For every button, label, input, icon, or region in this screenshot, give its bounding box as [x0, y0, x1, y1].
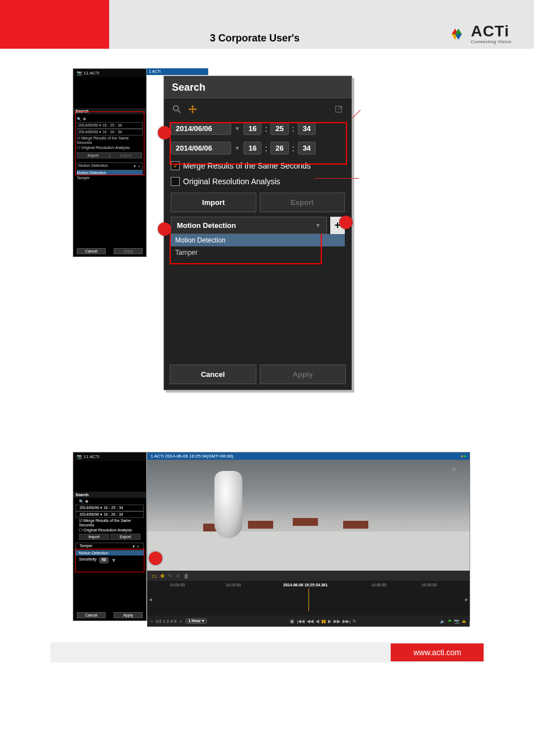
step-back-icon[interactable]: ◀◀	[307, 619, 313, 624]
scroll-left-icon[interactable]: ◀	[149, 598, 152, 602]
header-gray-block: 3 Corporate User's ACTi Connecting Visio…	[109, 0, 534, 49]
import-button[interactable]: Import	[171, 193, 256, 212]
callout-circle-playback	[149, 552, 162, 565]
original-resolution-checkbox[interactable]	[171, 177, 180, 186]
zoom-out-icon[interactable]: −	[151, 619, 153, 624]
page-footer: www.acti.com	[50, 642, 484, 662]
brand-logo: ACTi Connecting Vision	[447, 24, 512, 44]
screenshot-search-panel: 📷 11 ACTi Search 🔍 ✥ 2014/06/06 ▾ 16 : 2…	[50, 66, 484, 396]
playback-search-title: Search	[73, 492, 146, 498]
svg-point-4	[174, 106, 179, 111]
page-title: 3 Corporate User's	[210, 32, 299, 44]
timeline-playhead[interactable]	[308, 589, 309, 611]
mini-cancel-button[interactable]: Cancel	[77, 248, 106, 254]
mini-red-highlight	[75, 111, 144, 175]
playback-main-view: 1 ACTi 2014-06-06 16:25:34(GMT+08:00) ●●…	[147, 452, 470, 621]
play-back-icon[interactable]: ◀	[316, 619, 319, 624]
screenshot-playback: 📷 11 ACTi Search 🔍 ✥ 2014/06/06 ▾ 16 : 2…	[50, 452, 484, 626]
ptz-camera-icon	[214, 471, 242, 538]
tab-status-dots: ●●	[461, 454, 466, 459]
original-resolution-label: Original Resolution Analysis	[183, 177, 280, 186]
roi-clear-icon[interactable]: ✕	[176, 573, 180, 579]
trash-icon[interactable]: 🗑	[184, 573, 189, 579]
skip-end-icon[interactable]: ▶▶|	[343, 619, 350, 624]
step-fwd-icon[interactable]: ▶▶	[334, 619, 340, 624]
playback-side-panel: 📷 11 ACTi Search 🔍 ✥ 2014/06/06 ▾ 16 : 2…	[73, 452, 147, 621]
datetime-highlight-box	[170, 122, 347, 165]
search-panel-title: Search	[164, 76, 352, 100]
move-icon[interactable]	[188, 104, 198, 114]
brand-logo-icon	[447, 26, 467, 43]
pb-cancel-button[interactable]: Cancel	[77, 612, 106, 618]
loop-icon[interactable]: ↻	[353, 619, 357, 624]
speed-labels: 1/2 1 2 4 8	[156, 619, 177, 624]
page-content: 📷 11 ACTi Search 🔍 ✥ 2014/06/06 ▾ 16 : 2…	[0, 49, 534, 642]
play-icon[interactable]: ▶	[328, 619, 331, 624]
playback-event-highlight	[75, 549, 144, 572]
prev-event-icon[interactable]: ▣	[290, 619, 294, 624]
mini-window-title: 📷 11 ACTi	[73, 69, 146, 77]
roi-draw-icon[interactable]: ✎	[168, 573, 172, 579]
event-type-select[interactable]: Motion Detection▼	[171, 217, 327, 234]
popout-icon[interactable]	[334, 104, 344, 114]
header-red-block	[0, 0, 109, 49]
scroll-right-icon[interactable]: ▶	[465, 598, 468, 602]
playback-tab[interactable]: 1 ACTi 2014-06-06 16:25:34(GMT+08:00) ●●	[147, 452, 470, 460]
callout-circle-2	[158, 222, 171, 236]
snapshot-icon[interactable]: 📷	[454, 619, 460, 624]
apply-button[interactable]: Apply	[260, 365, 346, 384]
playback-roi-toolbar: ▭ ✥ ✎ ✕ 🗑	[147, 571, 470, 581]
playback-timeline[interactable]: 16:00:00 16:10:00 2014-06-06 16:25:34.36…	[147, 581, 470, 615]
playback-video-area[interactable]: ▼	[147, 460, 470, 571]
callout-circle-1	[158, 126, 171, 139]
brand-logo-word: ACTi	[471, 24, 512, 39]
cancel-button[interactable]: Cancel	[170, 365, 256, 384]
zoom-in-icon[interactable]: ＋	[179, 618, 183, 624]
callout-circle-3	[339, 216, 353, 229]
playback-controls: − 1/2 1 2 4 8 ＋ 1 Hour ▾ ▣ |◀◀ ◀◀ ◀ ▮▮ ▶…	[147, 615, 470, 627]
pb-import-button[interactable]: Import	[79, 534, 109, 540]
mini-search-panel: 📷 11 ACTi Search 🔍 ✥ 2014/06/06 ▾ 16 : 2…	[73, 68, 147, 257]
svg-line-5	[178, 110, 181, 113]
pb-apply-button[interactable]: Apply	[114, 612, 143, 618]
brand-logo-subtitle: Connecting Vision	[471, 39, 512, 44]
footer-url[interactable]: www.acti.com	[391, 643, 484, 661]
search-icon[interactable]	[172, 104, 182, 114]
roi-rect-icon[interactable]: ▭	[152, 573, 157, 579]
pb-export-button[interactable]: Export	[110, 534, 140, 540]
playback-window-title: 📷 11 ACTi	[73, 452, 146, 461]
pause-icon[interactable]: ▮▮	[321, 619, 326, 624]
page-header: 3 Corporate User's ACTi Connecting Visio…	[0, 0, 534, 49]
search-panel: Search 2014/06/06 ▼ 16: 25: 34 2014/06/0…	[163, 76, 352, 390]
chevron-down-icon[interactable]: ▼	[449, 465, 458, 475]
export-button[interactable]: Export	[260, 193, 345, 212]
timeline-zoom-select[interactable]: 1 Hour ▾	[185, 618, 207, 624]
callout-line-1	[353, 110, 361, 118]
export-clip-icon[interactable]: ⏏	[462, 619, 466, 624]
volume-icon[interactable]: 🔈	[440, 619, 446, 624]
roi-move-icon[interactable]: ✥	[160, 573, 165, 579]
mini-view-tab[interactable]: 1 ACTi	[147, 68, 208, 75]
callout-line-2	[314, 178, 359, 179]
timeline-current-time: 2014-06-06 16:25:34.361	[283, 583, 327, 587]
mini-apply-button[interactable]: Apply	[114, 248, 143, 254]
skip-start-icon[interactable]: |◀◀	[297, 619, 305, 624]
bookmark-icon[interactable]: ⚑	[448, 619, 452, 624]
